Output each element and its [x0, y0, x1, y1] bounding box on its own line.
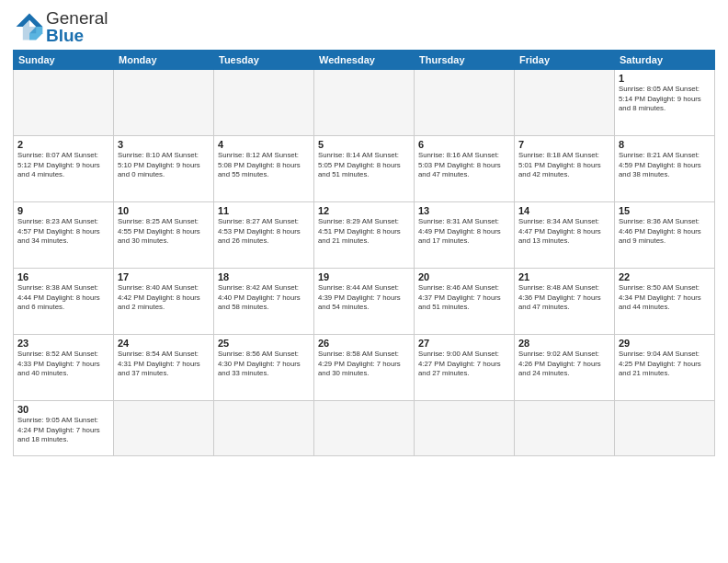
day-number: 20 [418, 271, 510, 282]
calendar-cell: 5Sunrise: 8:14 AM Sunset: 5:05 PM Daylig… [314, 136, 415, 202]
calendar-cell: 27Sunrise: 9:00 AM Sunset: 4:27 PM Dayli… [415, 335, 515, 401]
day-number: 10 [118, 205, 210, 216]
day-info: Sunrise: 9:04 AM Sunset: 4:25 PM Dayligh… [619, 350, 711, 379]
day-info: Sunrise: 8:36 AM Sunset: 4:46 PM Dayligh… [619, 217, 711, 247]
day-number: 11 [218, 205, 310, 216]
day-info: Sunrise: 8:23 AM Sunset: 4:57 PM Dayligh… [17, 217, 109, 247]
header: GeneralBlue [13, 9, 715, 44]
day-info: Sunrise: 8:07 AM Sunset: 5:12 PM Dayligh… [17, 151, 109, 180]
day-number: 13 [418, 205, 510, 216]
day-number: 1 [619, 73, 711, 84]
day-info: Sunrise: 8:46 AM Sunset: 4:37 PM Dayligh… [418, 283, 510, 313]
calendar-cell [615, 401, 715, 456]
calendar-cell: 30Sunrise: 9:05 AM Sunset: 4:24 PM Dayli… [14, 401, 114, 456]
day-info: Sunrise: 8:44 AM Sunset: 4:39 PM Dayligh… [318, 283, 410, 313]
day-number: 3 [118, 139, 210, 150]
calendar-cell [14, 70, 114, 136]
calendar-cell [515, 401, 615, 456]
day-number: 6 [418, 139, 510, 150]
logo-general: General [46, 9, 108, 27]
day-info: Sunrise: 9:02 AM Sunset: 4:26 PM Dayligh… [518, 350, 610, 379]
weekday-header-tuesday: Tuesday [214, 51, 314, 70]
calendar-cell [415, 70, 515, 136]
calendar-cell: 18Sunrise: 8:42 AM Sunset: 4:40 PM Dayli… [214, 269, 314, 335]
day-number: 23 [17, 338, 109, 349]
calendar-cell [214, 401, 314, 456]
day-info: Sunrise: 8:05 AM Sunset: 5:14 PM Dayligh… [619, 85, 711, 114]
calendar-cell: 9Sunrise: 8:23 AM Sunset: 4:57 PM Daylig… [14, 202, 114, 269]
calendar-cell: 21Sunrise: 8:48 AM Sunset: 4:36 PM Dayli… [515, 269, 615, 335]
day-number: 9 [17, 205, 109, 216]
calendar-cell: 3Sunrise: 8:10 AM Sunset: 5:10 PM Daylig… [114, 136, 214, 202]
day-info: Sunrise: 8:40 AM Sunset: 4:42 PM Dayligh… [118, 283, 210, 313]
day-info: Sunrise: 8:52 AM Sunset: 4:33 PM Dayligh… [17, 350, 109, 379]
day-info: Sunrise: 8:50 AM Sunset: 4:34 PM Dayligh… [619, 283, 711, 313]
logo-blue: Blue [46, 27, 108, 44]
calendar-cell: 17Sunrise: 8:40 AM Sunset: 4:42 PM Dayli… [114, 269, 214, 335]
day-number: 16 [17, 271, 109, 282]
calendar-cell: 24Sunrise: 8:54 AM Sunset: 4:31 PM Dayli… [114, 335, 214, 401]
calendar-cell: 6Sunrise: 8:16 AM Sunset: 5:03 PM Daylig… [415, 136, 515, 202]
day-number: 28 [518, 338, 610, 349]
calendar-cell: 25Sunrise: 8:56 AM Sunset: 4:30 PM Dayli… [214, 335, 314, 401]
calendar-cell: 8Sunrise: 8:21 AM Sunset: 4:59 PM Daylig… [615, 136, 715, 202]
calendar-cell [415, 401, 515, 456]
day-number: 15 [619, 205, 711, 216]
day-info: Sunrise: 8:58 AM Sunset: 4:29 PM Dayligh… [318, 350, 410, 379]
weekday-header-row: SundayMondayTuesdayWednesdayThursdayFrid… [14, 51, 715, 70]
calendar-cell: 22Sunrise: 8:50 AM Sunset: 4:34 PM Dayli… [615, 269, 715, 335]
calendar-week-1: 1Sunrise: 8:05 AM Sunset: 5:14 PM Daylig… [14, 70, 715, 136]
day-number: 12 [318, 205, 410, 216]
day-info: Sunrise: 9:05 AM Sunset: 4:24 PM Dayligh… [17, 416, 109, 445]
day-info: Sunrise: 8:25 AM Sunset: 4:55 PM Dayligh… [118, 217, 210, 247]
calendar-week-5: 23Sunrise: 8:52 AM Sunset: 4:33 PM Dayli… [14, 335, 715, 401]
calendar-cell: 2Sunrise: 8:07 AM Sunset: 5:12 PM Daylig… [14, 136, 114, 202]
calendar-cell: 28Sunrise: 9:02 AM Sunset: 4:26 PM Dayli… [515, 335, 615, 401]
day-number: 21 [518, 271, 610, 282]
day-info: Sunrise: 8:34 AM Sunset: 4:47 PM Dayligh… [518, 217, 610, 247]
day-info: Sunrise: 8:31 AM Sunset: 4:49 PM Dayligh… [418, 217, 510, 247]
calendar-cell: 11Sunrise: 8:27 AM Sunset: 4:53 PM Dayli… [214, 202, 314, 269]
day-number: 24 [118, 338, 210, 349]
day-info: Sunrise: 8:18 AM Sunset: 5:01 PM Dayligh… [518, 151, 610, 180]
calendar-cell: 20Sunrise: 8:46 AM Sunset: 4:37 PM Dayli… [415, 269, 515, 335]
calendar-cell [314, 401, 415, 456]
calendar-cell: 1Sunrise: 8:05 AM Sunset: 5:14 PM Daylig… [615, 70, 715, 136]
day-number: 8 [619, 139, 711, 150]
weekday-header-monday: Monday [114, 51, 214, 70]
logo-icon [13, 10, 46, 43]
day-number: 25 [218, 338, 310, 349]
calendar-cell: 23Sunrise: 8:52 AM Sunset: 4:33 PM Dayli… [14, 335, 114, 401]
day-number: 27 [418, 338, 510, 349]
calendar-cell: 19Sunrise: 8:44 AM Sunset: 4:39 PM Dayli… [314, 269, 415, 335]
day-number: 26 [318, 338, 410, 349]
day-number: 7 [518, 139, 610, 150]
day-number: 14 [518, 205, 610, 216]
day-info: Sunrise: 8:56 AM Sunset: 4:30 PM Dayligh… [218, 350, 310, 379]
calendar-cell: 15Sunrise: 8:36 AM Sunset: 4:46 PM Dayli… [615, 202, 715, 269]
calendar-cell [314, 70, 415, 136]
weekday-header-saturday: Saturday [615, 51, 715, 70]
weekday-header-friday: Friday [515, 51, 615, 70]
logo: GeneralBlue [13, 9, 108, 44]
day-number: 29 [619, 338, 711, 349]
page: GeneralBlue SundayMondayTuesdayWednesday… [0, 0, 728, 563]
day-number: 18 [218, 271, 310, 282]
calendar-cell: 10Sunrise: 8:25 AM Sunset: 4:55 PM Dayli… [114, 202, 214, 269]
day-info: Sunrise: 8:12 AM Sunset: 5:08 PM Dayligh… [218, 151, 310, 180]
weekday-header-sunday: Sunday [14, 51, 114, 70]
day-number: 2 [17, 139, 109, 150]
day-info: Sunrise: 8:42 AM Sunset: 4:40 PM Dayligh… [218, 283, 310, 313]
day-number: 19 [318, 271, 410, 282]
weekday-header-wednesday: Wednesday [314, 51, 415, 70]
day-number: 30 [17, 404, 109, 415]
day-number: 5 [318, 139, 410, 150]
day-info: Sunrise: 8:54 AM Sunset: 4:31 PM Dayligh… [118, 350, 210, 379]
calendar-cell: 29Sunrise: 9:04 AM Sunset: 4:25 PM Dayli… [615, 335, 715, 401]
day-info: Sunrise: 8:10 AM Sunset: 5:10 PM Dayligh… [118, 151, 210, 180]
day-info: Sunrise: 8:48 AM Sunset: 4:36 PM Dayligh… [518, 283, 610, 313]
day-info: Sunrise: 9:00 AM Sunset: 4:27 PM Dayligh… [418, 350, 510, 379]
calendar: SundayMondayTuesdayWednesdayThursdayFrid… [13, 50, 715, 456]
day-info: Sunrise: 8:21 AM Sunset: 4:59 PM Dayligh… [619, 151, 711, 180]
calendar-cell [114, 401, 214, 456]
